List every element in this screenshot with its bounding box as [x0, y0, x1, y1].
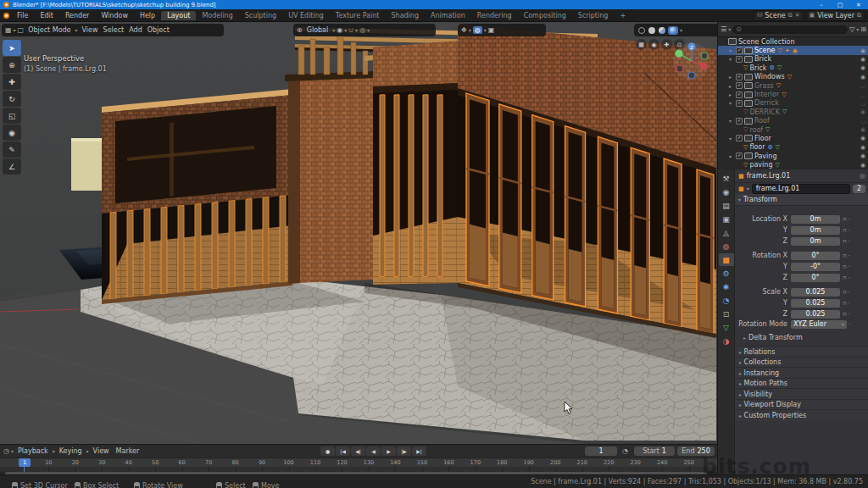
workspace-tab-scripting[interactable]: Scripting: [572, 11, 615, 20]
outliner-row-floor[interactable]: ▾✓Floor◉: [718, 134, 868, 142]
shading-solid-button[interactable]: [648, 27, 655, 34]
use-preview-range-icon[interactable]: ◔: [622, 447, 628, 455]
collection-checkbox[interactable]: ✓: [736, 47, 743, 54]
timeline-editor-icon[interactable]: ◷: [3, 447, 9, 455]
timeline-menu-keying[interactable]: Keying: [57, 447, 85, 455]
gizmo-y-neg[interactable]: [701, 53, 708, 59]
rotation-mode-dropdown[interactable]: XYZ Euler ▾: [791, 320, 847, 329]
expand-icon[interactable]: ▸: [729, 74, 734, 80]
editor-type-icon[interactable]: ▦: [5, 26, 12, 34]
object-name-field[interactable]: frame.Lrg.01: [752, 184, 850, 194]
properties-tab-constraints[interactable]: ⊡: [719, 308, 734, 320]
expand-icon[interactable]: ▾: [729, 153, 734, 159]
collection-checkbox[interactable]: ✓: [736, 135, 743, 141]
tool-scale[interactable]: ◱: [3, 108, 21, 124]
tool-rotate[interactable]: ↻: [3, 91, 21, 107]
new-view-layer-icon[interactable]: ⧉: [857, 12, 861, 19]
workspace-tab-sculpting[interactable]: Sculpting: [239, 11, 282, 20]
shading-material-button[interactable]: [659, 27, 665, 34]
eye-open-icon[interactable]: ◉: [860, 162, 865, 169]
animate-dot-icon[interactable]: ·: [849, 238, 850, 245]
eye-closed-icon[interactable]: ◡: [860, 92, 865, 98]
collection-checkbox[interactable]: ✓: [736, 152, 743, 159]
animate-dot-icon[interactable]: ·: [849, 252, 850, 259]
show-gizmos-icon[interactable]: ✥: [461, 26, 467, 34]
tool-cursor[interactable]: ⊕: [3, 57, 21, 73]
properties-tab-tool[interactable]: ⚒: [719, 172, 734, 185]
outliner-search-input[interactable]: ⊙: [732, 25, 848, 34]
viewport-3d[interactable]: ▦▾ ▢ Object Mode▾ ViewSelectAddObject ⊕ …: [0, 22, 717, 444]
current-frame-field[interactable]: 1: [585, 446, 617, 456]
lock-icon[interactable]: ⊓: [843, 311, 847, 317]
gizmo-z-neg[interactable]: [688, 72, 695, 79]
workspace-tab-texture-paint[interactable]: Texture Paint: [330, 11, 386, 20]
lock-icon[interactable]: ⊓: [843, 300, 847, 306]
properties-tab-material[interactable]: ◑: [719, 335, 734, 347]
playhead[interactable]: 1: [19, 458, 31, 467]
outliner-row-floor[interactable]: ▽floor⚙▽◉: [718, 143, 868, 152]
end-frame-field[interactable]: End 250: [677, 446, 715, 456]
play-button[interactable]: ▶: [381, 446, 396, 456]
viewport-menu-view[interactable]: View: [80, 26, 101, 34]
tool-move[interactable]: ✚: [3, 74, 21, 90]
collection-checkbox[interactable]: ✓: [736, 74, 743, 80]
eye-open-icon[interactable]: ◉: [860, 144, 865, 151]
animate-dot-icon[interactable]: ·: [849, 216, 850, 223]
snap-magnet-icon[interactable]: ∪: [348, 26, 353, 34]
expand-icon[interactable]: ▾: [729, 56, 734, 62]
transform-value-field[interactable]: 0.025: [791, 310, 840, 319]
lock-icon[interactable]: ⊓: [843, 252, 847, 258]
tool-measure[interactable]: ∠: [3, 158, 21, 175]
properties-tab-output[interactable]: ▤: [719, 199, 734, 212]
orientation-dropdown[interactable]: Global: [304, 26, 331, 34]
animate-dot-icon[interactable]: ·: [849, 274, 850, 281]
toggle-grid-icon[interactable]: ▦: [636, 39, 647, 50]
outliner-row-brick[interactable]: ▾✓Brick◉: [718, 55, 868, 64]
eye-open-icon[interactable]: ◉: [860, 108, 865, 115]
menu-render[interactable]: Render: [59, 12, 95, 19]
animate-dot-icon[interactable]: ·: [849, 263, 850, 270]
lock-icon[interactable]: ⊓: [843, 227, 847, 233]
transform-value-field[interactable]: 0m: [791, 237, 840, 246]
maximize-button[interactable]: ▢: [831, 2, 849, 8]
outliner-row-derrick[interactable]: ▽DERRICK▽◉: [718, 108, 868, 116]
collection-checkbox[interactable]: ✓: [736, 82, 743, 89]
timeline-menu-playback[interactable]: Playback: [15, 447, 51, 455]
outliner-row-paving[interactable]: ▽paving▽◉: [718, 160, 868, 169]
panel-visibility[interactable]: ▸ Visibility≡: [735, 388, 868, 400]
animate-dot-icon[interactable]: ·: [849, 321, 850, 328]
workspace-tab-uv-editing[interactable]: UV Editing: [282, 11, 330, 20]
lock-icon[interactable]: ⊓: [843, 289, 847, 295]
menu-edit[interactable]: Edit: [34, 12, 59, 19]
eye-closed-icon[interactable]: ◡: [860, 82, 865, 89]
timeline-ruler[interactable]: 1 10203040506070809010011012013014015016…: [0, 458, 717, 467]
show-overlays-icon[interactable]: ◍: [473, 26, 482, 34]
shading-rendered-button[interactable]: [668, 26, 678, 35]
properties-tab-object-data[interactable]: ▽: [719, 321, 734, 334]
view-layer-selector[interactable]: ▣ View Layer ⧉: [806, 10, 865, 21]
tool-select-box[interactable]: ➤: [3, 40, 21, 56]
panel-viewport-display[interactable]: ▸ Viewport Display≡: [735, 399, 868, 411]
outliner-editor-icon[interactable]: ☰: [721, 25, 726, 33]
animate-dot-icon[interactable]: ·: [849, 311, 850, 318]
transform-value-field[interactable]: 0°: [791, 274, 840, 282]
workspace-tab-animation[interactable]: Animation: [425, 11, 471, 20]
properties-tab-object[interactable]: ■: [719, 253, 734, 266]
outliner-row-roof[interactable]: ▾✓Roof◡: [718, 117, 868, 125]
breadcrumb-object-name[interactable]: frame.Lrg.01: [747, 172, 791, 180]
lock-icon[interactable]: ⊓: [843, 216, 847, 222]
properties-tab-physics[interactable]: ◔: [719, 294, 734, 307]
viewport-menu-select[interactable]: Select: [101, 26, 127, 34]
gizmo-x-neg[interactable]: [676, 65, 683, 72]
shading-wireframe-button[interactable]: [638, 27, 645, 34]
animate-dot-icon[interactable]: ·: [849, 300, 850, 307]
eye-closed-icon[interactable]: ◡: [860, 118, 865, 125]
eye-open-icon[interactable]: ◉: [860, 56, 865, 63]
outliner-row-brick[interactable]: ▽Brick⚙▽◉: [718, 64, 868, 72]
outliner-row-windows[interactable]: ▸✓Windows▽◉: [718, 73, 868, 81]
transform-value-field[interactable]: 0°: [791, 252, 840, 260]
outliner-row-scene[interactable]: ▾✓Scene▽✦◉◉: [718, 46, 868, 54]
outliner-row-paving[interactable]: ▾✓Paving◉: [718, 152, 868, 160]
outliner-row-scene collection[interactable]: Scene Collection: [718, 37, 868, 46]
blender-menu-icon[interactable]: [3, 13, 9, 19]
